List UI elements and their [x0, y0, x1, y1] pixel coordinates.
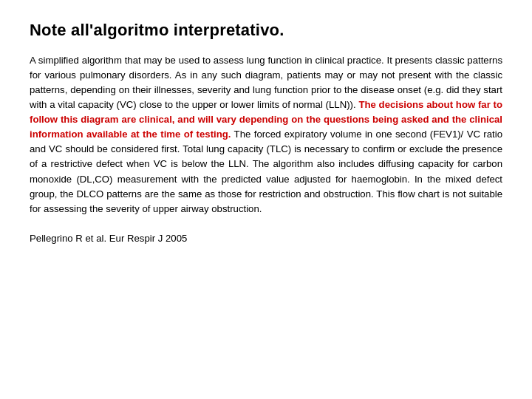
page-title: Note all'algoritmo interpretativo. [30, 21, 502, 40]
main-paragraph: A simplified algorithm that may be used … [30, 53, 502, 216]
citation-text: Pellegrino R et al. Eur Respir J 2005 [30, 233, 502, 244]
page-container: Note all'algoritmo interpretativo. A sim… [0, 0, 532, 399]
paragraph-part2: The forced expiratory volume in one seco… [30, 129, 502, 214]
